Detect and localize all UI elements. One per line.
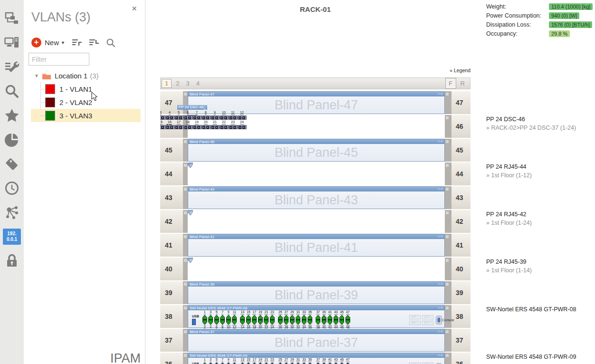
port-1[interactable]: 1 (191, 168, 196, 178)
port-24[interactable]: 24 (311, 168, 316, 178)
port-23[interactable]: 23 (306, 263, 311, 273)
port-24[interactable]: 24 (311, 263, 316, 273)
switch-port-column[interactable]: 1314 (240, 310, 245, 329)
expander-triangle-icon[interactable]: ▼ (34, 73, 39, 78)
expand-all-icon[interactable] (72, 38, 82, 47)
port-8[interactable]: 8 (227, 215, 232, 225)
port-4[interactable]: 4 (165, 111, 174, 120)
collapse-all-icon[interactable] (89, 38, 99, 47)
switch-port-column[interactable]: 3536 (307, 310, 312, 329)
port-18[interactable]: 18 (183, 120, 192, 129)
port-14[interactable]: 14 (259, 263, 264, 273)
port-5[interactable]: 5 (211, 263, 217, 273)
port-9[interactable]: 9 (232, 215, 238, 225)
port-15[interactable]: 15 (264, 263, 269, 273)
switch-port-column[interactable]: 4546 (339, 358, 344, 364)
port-7[interactable]: 7 (222, 263, 227, 273)
filter-input[interactable] (29, 53, 89, 66)
port-11[interactable]: 11 (243, 215, 248, 225)
topology-icon[interactable] (0, 10, 24, 28)
port-14[interactable]: 14 (259, 215, 264, 225)
switch-port-column[interactable]: 1920 (258, 310, 263, 329)
port-17[interactable]: 17 (274, 215, 279, 225)
switch-port-column[interactable]: 2122 (264, 358, 269, 364)
rear-view-button[interactable]: R (456, 80, 469, 87)
port-16[interactable]: 16 (269, 168, 274, 178)
usb-port[interactable]: USB (192, 362, 199, 364)
port-19[interactable]: 19 (285, 263, 290, 273)
switch-port-column[interactable]: 4142 (327, 358, 332, 364)
switch-device[interactable]: SW-Nortel ERS 4548 GT-PWR-09F RUSB123456… (188, 353, 445, 364)
port-21[interactable]: 21 (295, 215, 300, 225)
blind-panel[interactable]: Blind Panel-45F RBlind Panel-45 (188, 139, 445, 162)
legend-link[interactable]: « Legend (400, 67, 470, 73)
port-12[interactable]: 12 (248, 168, 253, 178)
port-8[interactable]: 8 (227, 263, 232, 273)
switch-port-column[interactable]: 3738 (316, 310, 320, 329)
history-clock-icon[interactable] (0, 179, 24, 197)
switch-port-column[interactable]: 910 (226, 310, 231, 329)
port-18[interactable]: 18 (279, 263, 285, 273)
security-lock-icon[interactable] (0, 252, 24, 270)
switch-port-column[interactable]: 12 (202, 358, 207, 364)
port-24[interactable]: 24 (311, 215, 316, 225)
patch-panel[interactable]: PP 24 RJ45-44F R123456789101112131415161… (188, 163, 193, 168)
ipam-nav-icon[interactable]: 192. 0.0.1 (0, 228, 24, 246)
switch-port-column[interactable]: 1718 (252, 358, 257, 364)
port-7[interactable]: 7 (222, 215, 227, 225)
switch-port-column[interactable]: 78 (220, 310, 225, 329)
port-3[interactable]: 3 (160, 111, 165, 120)
port-6[interactable]: 6 (183, 111, 192, 120)
port-20[interactable]: 20 (290, 168, 295, 178)
port-20[interactable]: 20 (290, 215, 295, 225)
port-22[interactable]: 22 (300, 263, 306, 273)
switch-port-column[interactable]: 4344 (334, 358, 338, 364)
port-14[interactable]: 14 (259, 168, 264, 178)
switch-port-column[interactable]: 2930 (290, 358, 295, 364)
switch-port-column[interactable]: 2526 (278, 310, 283, 329)
port-12[interactable]: 12 (238, 111, 247, 120)
port-18[interactable]: 18 (279, 168, 285, 178)
port-12[interactable]: 12 (248, 215, 253, 225)
blind-panel[interactable]: Blind Panel-37F RBlind Panel-37 (188, 329, 445, 352)
switch-port-column[interactable]: 2324 (270, 310, 275, 329)
port-22[interactable]: 22 (300, 168, 306, 178)
rack-page-tab-2[interactable]: 2 (173, 80, 182, 87)
port-10[interactable]: 10 (220, 111, 229, 120)
switch-port-column[interactable]: 1112 (232, 358, 237, 364)
switch-port-column[interactable]: 1516 (246, 358, 251, 364)
port-1[interactable]: 1 (191, 263, 196, 273)
port-7[interactable]: 7 (192, 111, 202, 120)
new-button[interactable]: New ▼ (31, 38, 65, 48)
switch-port-column[interactable]: 1112 (232, 310, 237, 329)
port-22[interactable]: 22 (300, 215, 306, 225)
front-view-button[interactable]: F (445, 78, 456, 89)
port-11[interactable]: 11 (243, 263, 248, 273)
vlan-tree-item[interactable]: 3 - VLAN3 (31, 109, 141, 122)
port-15[interactable]: 15 (160, 120, 165, 129)
sfp-slot[interactable]: SFP 3 (409, 321, 421, 325)
search-tree-icon[interactable] (106, 38, 115, 48)
port-6[interactable]: 6 (217, 168, 222, 178)
switch-port-column[interactable]: 2930 (290, 310, 295, 329)
switch-port-column[interactable]: 4748 (345, 358, 350, 364)
port-3[interactable]: 3 (201, 263, 206, 273)
switch-port-column[interactable]: 78 (220, 358, 225, 364)
switch-port-column[interactable]: 3940 (322, 310, 326, 329)
switch-port-column[interactable]: 2728 (284, 310, 288, 329)
port-24[interactable]: 24 (238, 120, 247, 129)
port-9[interactable]: 9 (211, 111, 220, 120)
patch-panel[interactable]: PP 24 RJ45-39F R123456789101112131415161… (188, 258, 193, 263)
switch-port-column[interactable]: 2324 (270, 358, 275, 364)
switch-port-column[interactable]: 34 (208, 358, 213, 364)
port-6[interactable]: 6 (217, 215, 222, 225)
switch-port-column[interactable]: 3738 (316, 358, 320, 364)
port-16[interactable]: 16 (269, 215, 274, 225)
switch-port-column[interactable]: 3940 (322, 358, 326, 364)
port-15[interactable]: 15 (264, 215, 269, 225)
port-20[interactable]: 20 (290, 263, 295, 273)
port-20[interactable]: 20 (202, 120, 211, 129)
port-19[interactable]: 19 (285, 215, 290, 225)
rack-page-tab-1[interactable]: 1 (162, 79, 172, 88)
port-5[interactable]: 5 (211, 215, 217, 225)
